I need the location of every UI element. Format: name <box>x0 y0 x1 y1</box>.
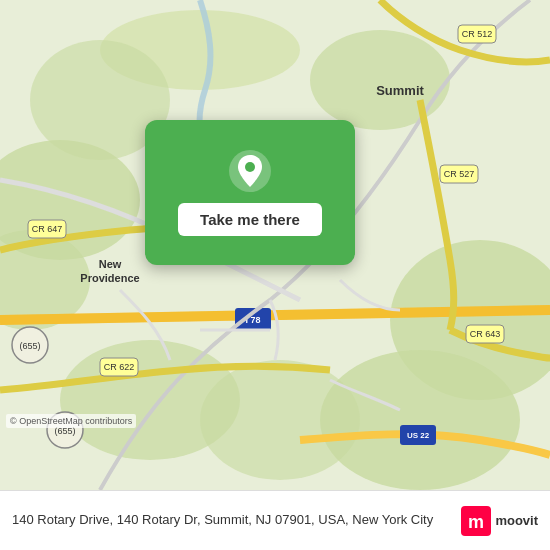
moovit-logo: m moovit <box>461 506 538 536</box>
osm-credit: © OpenStreetMap contributors <box>6 414 136 428</box>
svg-text:US 22: US 22 <box>407 431 430 440</box>
svg-text:m: m <box>468 512 484 532</box>
svg-point-32 <box>245 162 255 172</box>
svg-text:CR 527: CR 527 <box>444 169 475 179</box>
svg-point-7 <box>310 30 450 130</box>
svg-text:CR 512: CR 512 <box>462 29 493 39</box>
take-me-there-button[interactable]: Take me there <box>178 203 322 236</box>
bottom-bar: 140 Rotary Drive, 140 Rotary Dr, Summit,… <box>0 490 550 550</box>
navigation-card: Take me there <box>145 120 355 265</box>
svg-text:CR 647: CR 647 <box>32 224 63 234</box>
moovit-icon: m <box>461 506 491 536</box>
svg-text:Providence: Providence <box>80 272 139 284</box>
svg-text:Summit: Summit <box>376 83 424 98</box>
svg-text:CR 643: CR 643 <box>470 329 501 339</box>
svg-text:CR 622: CR 622 <box>104 362 135 372</box>
location-pin-icon <box>228 149 272 193</box>
svg-point-6 <box>200 360 360 480</box>
address-text: 140 Rotary Drive, 140 Rotary Dr, Summit,… <box>12 511 453 529</box>
svg-text:New: New <box>99 258 122 270</box>
moovit-brand-text: moovit <box>495 513 538 528</box>
map-container: I 78 CR 647 CR 512 CR 527 CR 622 CR 643 … <box>0 0 550 490</box>
svg-text:(655): (655) <box>19 341 40 351</box>
